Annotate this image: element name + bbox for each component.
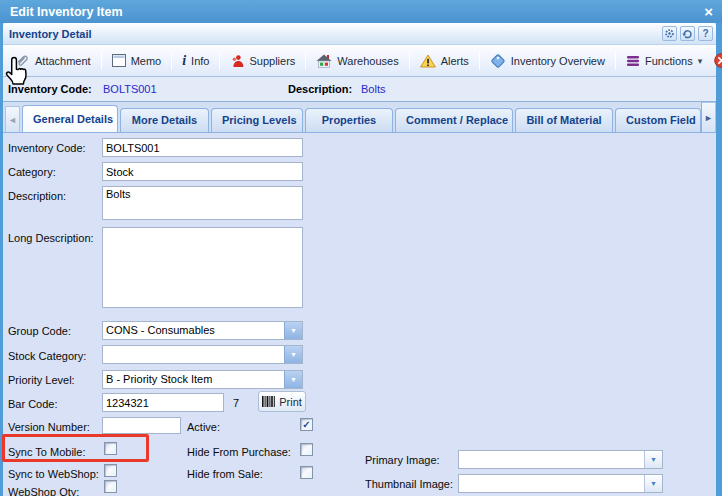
suppliers-button[interactable]: Suppliers bbox=[224, 51, 301, 71]
toolbar-separator bbox=[101, 52, 102, 70]
alerts-button[interactable]: Alerts bbox=[414, 51, 475, 71]
stock-category-label: Stock Category: bbox=[8, 350, 86, 362]
settings-gear-icon[interactable] bbox=[662, 26, 677, 41]
bar-code-label: Bar Code: bbox=[8, 398, 58, 410]
thumbnail-image-combo[interactable]: ▼ bbox=[458, 474, 663, 493]
memo-label: Memo bbox=[131, 55, 162, 67]
inventory-code-input[interactable] bbox=[102, 138, 303, 157]
info-button[interactable]: i Info bbox=[176, 51, 215, 70]
primary-image-combo[interactable]: ▼ bbox=[458, 450, 663, 469]
refresh-button[interactable] bbox=[680, 26, 695, 41]
group-code-value: CONS - Consumables bbox=[106, 324, 283, 336]
summary-inventory-code-value: BOLTS001 bbox=[103, 83, 157, 95]
version-number-label: Version Number: bbox=[8, 421, 90, 433]
hide-from-purchase-label: Hide From Purchase: bbox=[187, 446, 291, 458]
tag-icon bbox=[490, 53, 506, 69]
summary-description-value: Bolts bbox=[361, 83, 385, 95]
tab-scroll-left-icon[interactable]: ◄ bbox=[5, 106, 20, 132]
warehouses-button[interactable]: Warehouses bbox=[310, 51, 404, 71]
memo-icon bbox=[112, 54, 126, 67]
warehouses-label: Warehouses bbox=[337, 55, 398, 67]
sync-to-webshop-checkbox[interactable] bbox=[104, 464, 117, 477]
thumbnail-image-label: Thumbnail Image: bbox=[365, 478, 453, 490]
warehouse-icon bbox=[316, 54, 332, 68]
suppliers-label: Suppliers bbox=[249, 55, 295, 67]
print-barcode-button[interactable]: Print bbox=[258, 391, 306, 412]
toolbar-separator bbox=[305, 52, 306, 70]
webshop-qty-label: WebShop Qty: bbox=[8, 486, 79, 496]
tab-pricing-levels[interactable]: Pricing Levels bbox=[211, 108, 303, 132]
sync-to-webshop-label: Sync to WebShop: bbox=[8, 468, 99, 480]
group-code-combo[interactable]: CONS - Consumables ▼ bbox=[102, 321, 303, 340]
record-summary-row: Inventory Code: BOLTS001 Description: Bo… bbox=[3, 77, 716, 101]
hide-from-sale-label: Hide from Sale: bbox=[187, 468, 263, 480]
hide-from-sale-checkbox[interactable] bbox=[300, 466, 313, 479]
close-circle-icon bbox=[714, 53, 722, 68]
version-number-input[interactable] bbox=[102, 417, 181, 434]
group-code-label: Group Code: bbox=[8, 325, 71, 337]
toolbar-separator bbox=[409, 52, 410, 70]
stock-category-combo[interactable]: ▼ bbox=[102, 345, 303, 364]
info-label: Info bbox=[191, 55, 209, 67]
priority-level-label: Priority Level: bbox=[8, 374, 75, 386]
window-close-icon[interactable]: × bbox=[695, 0, 722, 23]
description-label: Description: bbox=[8, 190, 66, 202]
bar-code-check-digit: 7 bbox=[233, 397, 239, 409]
panel-header: Inventory Detail ? bbox=[3, 23, 716, 45]
info-icon: i bbox=[182, 54, 186, 67]
memo-button[interactable]: Memo bbox=[106, 51, 168, 70]
functions-label: Functions bbox=[645, 55, 693, 67]
chevron-down-icon[interactable]: ▼ bbox=[644, 475, 662, 492]
category-label: Category: bbox=[8, 166, 56, 178]
webshop-qty-checkbox[interactable] bbox=[104, 480, 117, 493]
functions-menu-icon bbox=[626, 55, 640, 67]
toolbar-separator bbox=[219, 52, 220, 70]
category-input[interactable] bbox=[102, 162, 303, 181]
long-description-label: Long Description: bbox=[8, 232, 94, 244]
tab-scroll-right-icon[interactable]: ► bbox=[701, 102, 716, 132]
inventory-overview-label: Inventory Overview bbox=[511, 55, 605, 67]
active-checkbox[interactable]: ✓ bbox=[300, 418, 313, 431]
window-border-right bbox=[716, 23, 722, 496]
bar-code-input[interactable] bbox=[102, 393, 224, 412]
sync-to-mobile-checkbox[interactable] bbox=[104, 442, 117, 455]
long-description-textarea[interactable] bbox=[102, 227, 303, 308]
chevron-down-icon[interactable]: ▼ bbox=[284, 346, 302, 363]
priority-level-combo[interactable]: B - Priority Stock Item ▼ bbox=[102, 370, 303, 389]
paperclip-icon bbox=[15, 53, 30, 68]
summary-inventory-code-label: Inventory Code: bbox=[8, 83, 92, 95]
tab-bill-of-material[interactable]: Bill of Material bbox=[515, 108, 613, 132]
edit-inventory-item-window: Edit Inventory Item × Inventory Detail ?… bbox=[0, 0, 722, 496]
hide-from-purchase-checkbox[interactable] bbox=[300, 443, 313, 456]
attachment-label: Attachment bbox=[35, 55, 91, 67]
refresh-icon bbox=[682, 28, 693, 39]
tab-general-details[interactable]: General Details bbox=[22, 105, 118, 132]
inventory-code-label: Inventory Code: bbox=[8, 142, 86, 154]
toolbar-separator bbox=[479, 52, 480, 70]
tab-more-details[interactable]: More Details bbox=[120, 108, 209, 132]
suppliers-icon bbox=[230, 54, 244, 68]
tab-comment-replace[interactable]: Comment / Replace bbox=[395, 108, 513, 132]
window-title: Edit Inventory Item bbox=[0, 5, 695, 19]
close-button[interactable]: Close bbox=[708, 50, 722, 71]
inventory-overview-button[interactable]: Inventory Overview bbox=[484, 50, 611, 72]
titlebar: Edit Inventory Item × bbox=[0, 0, 722, 23]
summary-description-label: Description: bbox=[288, 83, 352, 95]
active-label: Active: bbox=[187, 421, 220, 433]
functions-button[interactable]: Functions ▾ bbox=[620, 52, 708, 70]
toolbar: Attachment Memo i Info Suppliers Warehou… bbox=[3, 45, 716, 77]
attachment-button[interactable]: Attachment bbox=[9, 50, 97, 71]
chevron-down-icon[interactable]: ▼ bbox=[284, 322, 302, 339]
description-textarea[interactable]: Bolts bbox=[102, 186, 303, 220]
tab-strip: ◄ General Details More Details Pricing L… bbox=[3, 102, 716, 133]
chevron-down-icon[interactable]: ▼ bbox=[644, 451, 662, 468]
warning-triangle-icon bbox=[420, 54, 436, 68]
primary-image-label: Primary Image: bbox=[365, 454, 440, 466]
tab-properties[interactable]: Properties bbox=[305, 108, 393, 132]
print-label: Print bbox=[279, 396, 302, 408]
chevron-down-icon[interactable]: ▼ bbox=[284, 371, 302, 388]
chevron-down-icon: ▾ bbox=[698, 56, 703, 66]
tab-custom-field[interactable]: Custom Field bbox=[615, 108, 701, 132]
help-button[interactable]: ? bbox=[698, 26, 713, 41]
barcode-icon bbox=[262, 396, 275, 407]
